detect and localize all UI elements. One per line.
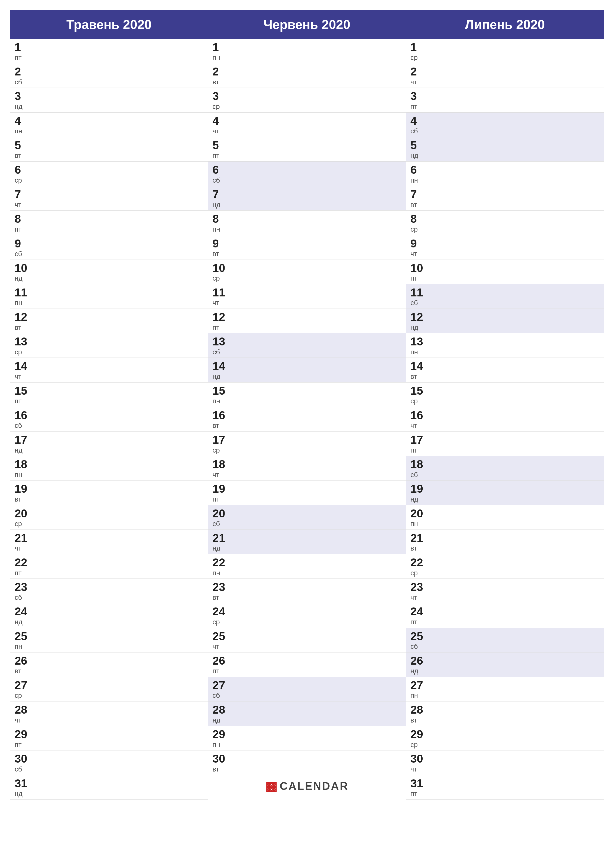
day-number: 28 — [213, 704, 401, 716]
day-row: 21вт — [406, 530, 604, 554]
day-number: 30 — [15, 752, 203, 765]
day-name: нд — [213, 201, 401, 209]
day-row: 1пт — [10, 39, 208, 64]
day-number: 5 — [410, 139, 599, 152]
day-number: 27 — [15, 679, 203, 691]
day-row: 22пн — [208, 554, 406, 579]
day-number: 15 — [213, 384, 401, 397]
day-number: 19 — [213, 482, 401, 495]
day-name: вт — [213, 765, 401, 773]
day-number: 10 — [410, 262, 599, 274]
day-row: 10ср — [208, 260, 406, 284]
day-number: 1 — [213, 41, 401, 53]
day-row: 12вт — [10, 309, 208, 333]
day-row: 19пт — [208, 480, 406, 505]
day-name: пт — [15, 53, 203, 62]
day-number: 15 — [410, 384, 599, 397]
day-row: 16чт — [406, 407, 604, 431]
day-name: пт — [15, 225, 203, 234]
day-number: 20 — [410, 507, 599, 520]
day-name: нд — [213, 372, 401, 381]
day-row: 28чт — [10, 702, 208, 726]
day-number: 11 — [410, 286, 599, 299]
day-row: 22пт — [10, 554, 208, 579]
day-row: 5нд — [406, 137, 604, 161]
day-name: сб — [410, 299, 599, 307]
day-row: 21нд — [208, 530, 406, 554]
day-number: 15 — [15, 384, 203, 397]
day-number: 14 — [15, 360, 203, 372]
day-name: сб — [213, 691, 401, 700]
day-name: чт — [15, 201, 203, 209]
day-name: сб — [410, 642, 599, 651]
calendar-logo-text: CALENDAR — [280, 780, 349, 792]
day-number: 7 — [15, 188, 203, 201]
day-number: 12 — [15, 311, 203, 323]
month-col: 1пт2сб3нд4пн5вт6ср7чт8пт9сб10нд11пн12вт1… — [10, 39, 208, 800]
day-number: 8 — [213, 212, 401, 225]
day-name: пн — [213, 397, 401, 405]
day-number: 31 — [410, 777, 599, 790]
day-row: 30сб — [10, 750, 208, 775]
day-row: 7чт — [10, 186, 208, 211]
day-row: 7нд — [208, 186, 406, 211]
day-number: 10 — [213, 262, 401, 274]
day-number: 26 — [15, 654, 203, 667]
day-number: 21 — [410, 532, 599, 544]
day-row: 23чт — [406, 579, 604, 603]
day-row: 21чт — [10, 530, 208, 554]
day-row: 14нд — [208, 358, 406, 382]
day-number: 22 — [213, 556, 401, 569]
day-name: чт — [213, 127, 401, 135]
day-number: 2 — [15, 65, 203, 78]
day-row: 6сб — [208, 161, 406, 186]
day-number: 20 — [213, 507, 401, 520]
day-name: ср — [410, 741, 599, 749]
day-name: нд — [15, 446, 203, 454]
day-number: 16 — [15, 409, 203, 422]
day-row: 30чт — [406, 750, 604, 775]
day-row: 14вт — [406, 358, 604, 382]
day-number: 25 — [410, 630, 599, 643]
day-name: пн — [410, 176, 599, 184]
day-name: чт — [213, 642, 401, 651]
day-row: 23вт — [208, 579, 406, 603]
day-row: 20пн — [406, 505, 604, 530]
day-number: 27 — [410, 679, 599, 691]
day-name: чт — [410, 765, 599, 773]
day-number: 6 — [15, 164, 203, 176]
day-number: 9 — [15, 237, 203, 250]
day-row: 4сб — [406, 113, 604, 137]
day-row: 11пн — [10, 284, 208, 309]
day-row: 18сб — [406, 456, 604, 480]
day-number: 3 — [410, 90, 599, 102]
month2-header: Червень 2020 — [208, 10, 406, 39]
month-col: 1ср2чт3пт4сб5нд6пн7вт8ср9чт10пт11сб12нд1… — [406, 39, 604, 800]
day-name: нд — [15, 274, 203, 282]
day-row: 29ср — [406, 726, 604, 750]
day-name: пт — [410, 618, 599, 626]
day-name: нд — [410, 495, 599, 504]
day-row: 25чт — [208, 628, 406, 653]
day-number: 18 — [15, 458, 203, 471]
day-number: 23 — [213, 581, 401, 594]
day-row: 4чт — [208, 113, 406, 137]
day-number: 17 — [410, 434, 599, 446]
day-number: 21 — [213, 532, 401, 544]
day-row: 1ср — [406, 39, 604, 64]
day-number: 17 — [15, 434, 203, 446]
day-row: 28нд — [208, 702, 406, 726]
day-name: ср — [213, 618, 401, 626]
day-name: сб — [213, 176, 401, 184]
day-name: пн — [15, 471, 203, 479]
day-name: вт — [213, 78, 401, 86]
day-number: 11 — [15, 286, 203, 299]
day-row: 19нд — [406, 480, 604, 505]
day-number: 30 — [410, 752, 599, 765]
day-row: 10пт — [406, 260, 604, 284]
day-row: 31нд — [10, 775, 208, 800]
day-name: пт — [410, 102, 599, 111]
day-number: 22 — [15, 556, 203, 569]
day-number: 12 — [213, 311, 401, 323]
day-name: чт — [15, 544, 203, 553]
